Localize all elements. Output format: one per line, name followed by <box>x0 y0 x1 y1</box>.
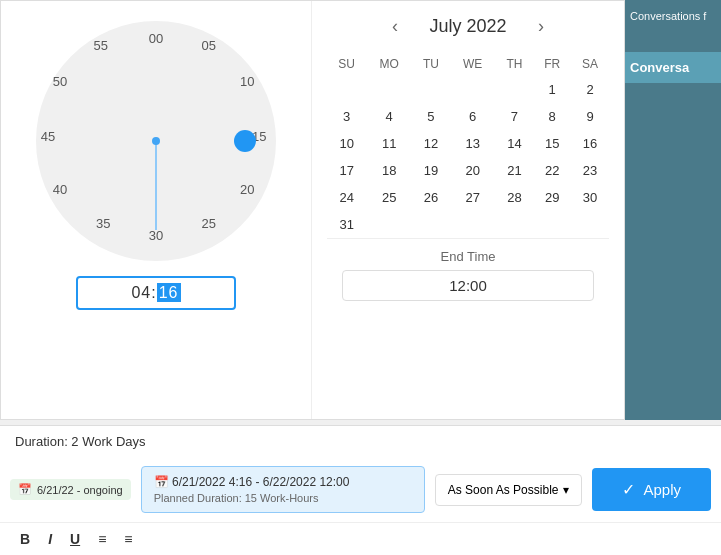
date-badge: 📅 6/21/22 - ongoing <box>10 479 131 500</box>
calendar-day-26[interactable]: 26 <box>412 184 450 211</box>
calendar-day-empty-5-2 <box>412 211 450 238</box>
clock-number-00[interactable]: 00 <box>149 30 163 45</box>
date-range-icon: 📅 <box>154 475 172 489</box>
calendar-day-29[interactable]: 29 <box>533 184 571 211</box>
list-ordered-button[interactable]: ≡ <box>93 528 111 550</box>
calendar-day-25[interactable]: 25 <box>366 184 412 211</box>
calendar-day-24[interactable]: 24 <box>327 184 366 211</box>
calendar-day-empty-5-1 <box>366 211 412 238</box>
calendar-day-23[interactable]: 23 <box>571 157 609 184</box>
calendar-day-5[interactable]: 5 <box>412 103 450 130</box>
calendar-day-empty-5-3 <box>450 211 496 238</box>
clock-number-25[interactable]: 25 <box>202 215 216 230</box>
calendar-day-empty-0-0 <box>327 76 366 103</box>
weekday-header-th: TH <box>496 52 534 76</box>
right-panel: Conversations f Conversa <box>625 0 721 420</box>
calendar-day-10[interactable]: 10 <box>327 130 366 157</box>
calendar-day-2[interactable]: 2 <box>571 76 609 103</box>
clock-number-10[interactable]: 10 <box>240 74 254 89</box>
calendar-day-15[interactable]: 15 <box>533 130 571 157</box>
clock-section: 00 05 10 15 20 25 30 35 40 45 50 55 <box>1 1 311 419</box>
clock-face[interactable]: 00 05 10 15 20 25 30 35 40 45 50 55 <box>36 21 276 261</box>
calendar-icon: 📅 <box>18 483 32 496</box>
calendar-day-27[interactable]: 27 <box>450 184 496 211</box>
calendar-day-4[interactable]: 4 <box>366 103 412 130</box>
calendar-day-28[interactable]: 28 <box>496 184 534 211</box>
calendar-day-30[interactable]: 30 <box>571 184 609 211</box>
calendar-day-14[interactable]: 14 <box>496 130 534 157</box>
right-panel-text2: Conversa <box>625 52 721 83</box>
clock-number-35[interactable]: 35 <box>96 215 110 230</box>
clock-hand <box>155 142 157 230</box>
main-container: 00 05 10 15 20 25 30 35 40 45 50 55 <box>0 0 721 555</box>
calendar-day-empty-5-6 <box>571 211 609 238</box>
calendar-day-empty-0-4 <box>496 76 534 103</box>
underline-button[interactable]: U <box>65 528 85 550</box>
calendar-day-20[interactable]: 20 <box>450 157 496 184</box>
calendar-day-18[interactable]: 18 <box>366 157 412 184</box>
apply-button[interactable]: ✓ Apply <box>592 468 711 511</box>
clock-number-20[interactable]: 20 <box>240 182 254 197</box>
right-panel-text1: Conversations f <box>625 0 721 32</box>
picker-area: 00 05 10 15 20 25 30 35 40 45 50 55 <box>0 0 625 420</box>
prev-month-button[interactable]: ‹ <box>382 16 408 37</box>
checkmark-icon: ✓ <box>622 480 635 499</box>
duration-label: Duration: 2 Work Days <box>15 434 146 449</box>
dropdown-chevron-icon: ▾ <box>563 483 569 497</box>
list-unordered-button[interactable]: ≡ <box>119 528 137 550</box>
calendar-day-empty-5-5 <box>533 211 571 238</box>
bottom-toolbar: B I U ≡ ≡ <box>0 522 721 555</box>
clock-number-55[interactable]: 55 <box>94 38 108 53</box>
clock-number-50[interactable]: 50 <box>53 74 67 89</box>
calendar-day-16[interactable]: 16 <box>571 130 609 157</box>
date-badge-text: 6/21/22 - ongoing <box>37 484 123 496</box>
calendar-month-title: July 2022 <box>408 16 528 37</box>
calendar-day-8[interactable]: 8 <box>533 103 571 130</box>
clock-number-45[interactable]: 45 <box>41 129 55 144</box>
calendar-day-21[interactable]: 21 <box>496 157 534 184</box>
weekday-header-sa: SA <box>571 52 609 76</box>
duration-row: Duration: 2 Work Days <box>0 426 721 457</box>
soon-as-possible-dropdown[interactable]: As Soon As Possible ▾ <box>435 474 583 506</box>
calendar-day-9[interactable]: 9 <box>571 103 609 130</box>
clock-end-dot[interactable] <box>234 130 256 152</box>
bottom-content: 📅 6/21/22 - ongoing 📅 6/21/2022 4:16 - 6… <box>0 457 721 522</box>
calendar-day-6[interactable]: 6 <box>450 103 496 130</box>
weekday-header-tu: TU <box>412 52 450 76</box>
calendar-day-empty-0-2 <box>412 76 450 103</box>
end-time-label: End Time <box>342 249 594 264</box>
calendar-day-11[interactable]: 11 <box>366 130 412 157</box>
calendar-day-13[interactable]: 13 <box>450 130 496 157</box>
calendar-day-3[interactable]: 3 <box>327 103 366 130</box>
bottom-bar: Duration: 2 Work Days 📅 6/21/22 - ongoin… <box>0 425 721 555</box>
calendar-day-7[interactable]: 7 <box>496 103 534 130</box>
time-input-container[interactable]: 04:16 <box>76 276 236 310</box>
end-time-value[interactable]: 12:00 <box>342 270 594 301</box>
weekday-header-su: SU <box>327 52 366 76</box>
calendar-day-31[interactable]: 31 <box>327 211 366 238</box>
calendar-grid: SUMOTUWETHFRSA 1234567891011121314151617… <box>327 52 609 238</box>
time-hours: 04: <box>131 284 156 301</box>
weekday-header-mo: MO <box>366 52 412 76</box>
bold-button[interactable]: B <box>15 528 35 550</box>
calendar-day-1[interactable]: 1 <box>533 76 571 103</box>
calendar-day-19[interactable]: 19 <box>412 157 450 184</box>
calendar-section: ‹ July 2022 › SUMOTUWETHFRSA 12345678910… <box>311 1 624 419</box>
date-range-title-text: 6/21/2022 4:16 - 6/22/2022 12:00 <box>172 475 350 489</box>
clock-number-40[interactable]: 40 <box>53 182 67 197</box>
date-range-box[interactable]: 📅 6/21/2022 4:16 - 6/22/2022 12:00 Plann… <box>141 466 425 513</box>
calendar-day-empty-5-4 <box>496 211 534 238</box>
calendar-day-empty-0-1 <box>366 76 412 103</box>
calendar-day-22[interactable]: 22 <box>533 157 571 184</box>
calendar-day-17[interactable]: 17 <box>327 157 366 184</box>
time-minutes-selected[interactable]: 16 <box>157 283 181 302</box>
clock-number-05[interactable]: 05 <box>202 38 216 53</box>
calendar-day-12[interactable]: 12 <box>412 130 450 157</box>
calendar-day-empty-0-3 <box>450 76 496 103</box>
italic-button[interactable]: I <box>43 528 57 550</box>
weekday-header-fr: FR <box>533 52 571 76</box>
date-range-title: 📅 6/21/2022 4:16 - 6/22/2022 12:00 <box>154 475 412 489</box>
time-input-display: 04:16 <box>90 284 222 302</box>
next-month-button[interactable]: › <box>528 16 554 37</box>
date-range-sub: Planned Duration: 15 Work-Hours <box>154 492 412 504</box>
